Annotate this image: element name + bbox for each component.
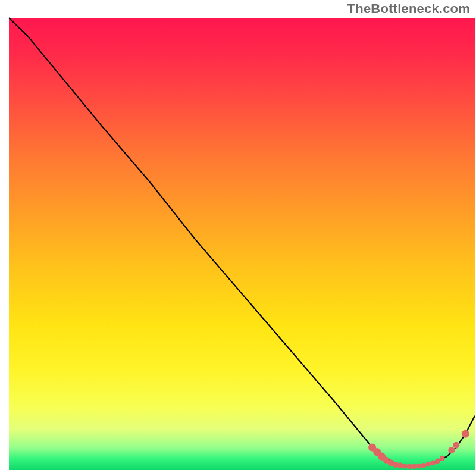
bottleneck-chart [0, 0, 476, 476]
curve-marker-dot [448, 447, 455, 453]
curve-marker-dot [416, 464, 422, 469]
curve-marker-dot [440, 456, 445, 461]
curve-marker-dot [425, 462, 431, 467]
curve-marker-dot [435, 458, 440, 464]
curve-marker-dot [462, 430, 469, 438]
curve-marker-dot [407, 464, 412, 469]
chart-container: TheBottleneck.com [0, 0, 476, 476]
curve-marker-dot [453, 442, 459, 449]
curve-marker-dot [402, 464, 408, 469]
curve-marker-dot [421, 463, 427, 468]
curve-marker-dot [412, 464, 417, 469]
curve-marker-dot [430, 460, 436, 465]
plot-background [9, 18, 475, 470]
